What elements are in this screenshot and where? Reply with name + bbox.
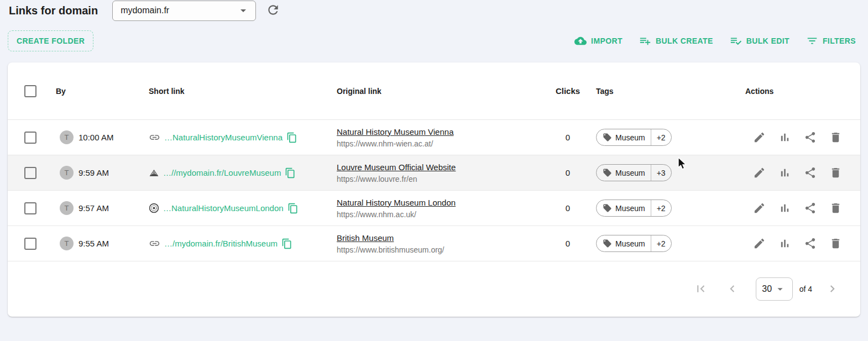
tag-overflow-count: +2 — [651, 200, 671, 216]
link-icon — [149, 132, 160, 143]
edit-button[interactable] — [753, 202, 766, 214]
playlist-add-icon — [639, 35, 651, 47]
bulk-create-label: BULK CREATE — [656, 36, 713, 45]
import-label: IMPORT — [591, 36, 623, 45]
short-link[interactable]: …NaturalHistoryMuseumLondon — [163, 203, 284, 213]
tags-chip[interactable]: Museum +2 — [596, 235, 672, 252]
table-row: T 9:55 AM …/mydomain.fr/BritishMuseum Br… — [8, 225, 860, 261]
next-page-button[interactable] — [825, 282, 839, 296]
copy-icon — [285, 167, 296, 179]
avatar: T — [60, 130, 74, 144]
trash-icon — [829, 202, 842, 214]
bar-chart-icon — [778, 237, 791, 250]
page-header: Links for domain mydomain.fr — [0, 0, 868, 21]
chevron-down-icon — [237, 4, 250, 17]
page-size-select[interactable]: 30 — [756, 277, 793, 301]
create-folder-button[interactable]: CREATE FOLDER — [8, 30, 93, 51]
table-row: T 9:59 AM …//mydomain.fr/LouvreMuseum Lo… — [8, 155, 860, 190]
share-icon — [804, 131, 817, 144]
chevron-right-icon — [825, 282, 839, 296]
bar-chart-icon — [778, 131, 791, 144]
avatar: T — [60, 166, 74, 180]
share-button[interactable] — [804, 131, 817, 144]
pencil-icon — [753, 166, 766, 179]
prev-page-button[interactable] — [725, 282, 739, 296]
column-header-clicks: Clicks — [543, 86, 593, 96]
row-checkbox[interactable] — [24, 167, 36, 179]
tag-icon — [603, 203, 612, 213]
copy-icon — [287, 203, 299, 214]
first-page-button[interactable] — [694, 282, 708, 296]
edit-button[interactable] — [753, 237, 766, 250]
tag-label: Museum — [615, 133, 645, 142]
copy-icon — [281, 238, 292, 249]
share-icon — [804, 237, 817, 250]
stats-button[interactable] — [778, 166, 791, 179]
delete-button[interactable] — [829, 131, 842, 144]
copy-icon — [286, 132, 297, 143]
stats-button[interactable] — [778, 202, 791, 214]
tags-chip[interactable]: Museum +2 — [596, 129, 672, 146]
short-link[interactable]: …//mydomain.fr/LouvreMuseum — [163, 168, 281, 177]
short-link[interactable]: …NaturalHistoryMuseumVienna — [164, 133, 283, 142]
created-time: 9:57 AM — [79, 203, 109, 213]
copy-short-link-button[interactable] — [281, 238, 292, 249]
bar-chart-icon — [778, 202, 791, 214]
copy-short-link-button[interactable] — [286, 132, 297, 143]
filter-list-icon — [806, 35, 818, 47]
pencil-icon — [753, 131, 766, 144]
tag-overflow-count: +3 — [651, 165, 671, 181]
clicks-count: 0 — [543, 133, 593, 142]
row-checkbox[interactable] — [24, 132, 36, 144]
tag-label: Museum — [615, 204, 645, 213]
share-button[interactable] — [804, 237, 817, 250]
share-button[interactable] — [804, 166, 817, 179]
copy-short-link-button[interactable] — [285, 167, 296, 179]
edit-button[interactable] — [753, 166, 766, 179]
edit-button[interactable] — [753, 131, 766, 144]
filters-label: FILTERS — [823, 36, 856, 45]
select-all-checkbox[interactable] — [24, 85, 36, 97]
original-link[interactable]: Louvre Museum Official Website — [337, 162, 456, 172]
tag-label: Museum — [615, 169, 645, 177]
avatar: T — [60, 201, 74, 215]
clicks-count: 0 — [543, 203, 593, 213]
tag-overflow-count: +2 — [651, 129, 671, 145]
row-checkbox[interactable] — [24, 202, 36, 214]
clicks-count: 0 — [543, 168, 593, 177]
bulk-edit-label: BULK EDIT — [746, 36, 789, 45]
delete-button[interactable] — [829, 202, 842, 214]
delete-button[interactable] — [829, 237, 842, 250]
created-time: 9:59 AM — [79, 168, 109, 177]
tag-icon — [603, 168, 612, 177]
tags-chip[interactable]: Museum +3 — [596, 164, 672, 181]
tag-overflow-count: +2 — [651, 235, 671, 251]
link-icon — [149, 238, 160, 249]
stats-button[interactable] — [778, 237, 791, 250]
copy-short-link-button[interactable] — [287, 203, 299, 214]
original-link[interactable]: Natural History Museum Vienna — [337, 127, 453, 137]
tag-label: Museum — [615, 239, 645, 248]
bulk-create-button[interactable]: BULK CREATE — [639, 35, 713, 47]
tags-chip[interactable]: Museum +2 — [596, 200, 672, 217]
tag-icon — [603, 133, 612, 142]
domain-select-value: mydomain.fr — [121, 6, 237, 15]
original-link[interactable]: British Museum — [337, 233, 394, 243]
delete-button[interactable] — [829, 166, 842, 179]
share-button[interactable] — [804, 202, 817, 214]
import-button[interactable]: IMPORT — [574, 35, 623, 47]
original-link[interactable]: Natural History Museum London — [337, 198, 456, 207]
filters-button[interactable]: FILTERS — [806, 35, 856, 47]
bulk-edit-button[interactable]: BULK EDIT — [730, 35, 789, 47]
domain-select[interactable]: mydomain.fr — [112, 1, 256, 21]
short-link[interactable]: …/mydomain.fr/BritishMuseum — [164, 239, 278, 248]
refresh-icon — [266, 3, 280, 17]
first-page-icon — [694, 282, 708, 296]
stats-button[interactable] — [778, 131, 791, 144]
row-checkbox[interactable] — [24, 238, 36, 250]
chevron-down-icon — [774, 283, 786, 295]
pencil-icon — [753, 202, 766, 214]
cloud-upload-icon — [574, 35, 587, 47]
table-row: T 10:00 AM …NaturalHistoryMuseumVienna N… — [8, 119, 860, 155]
refresh-button[interactable] — [266, 3, 280, 19]
